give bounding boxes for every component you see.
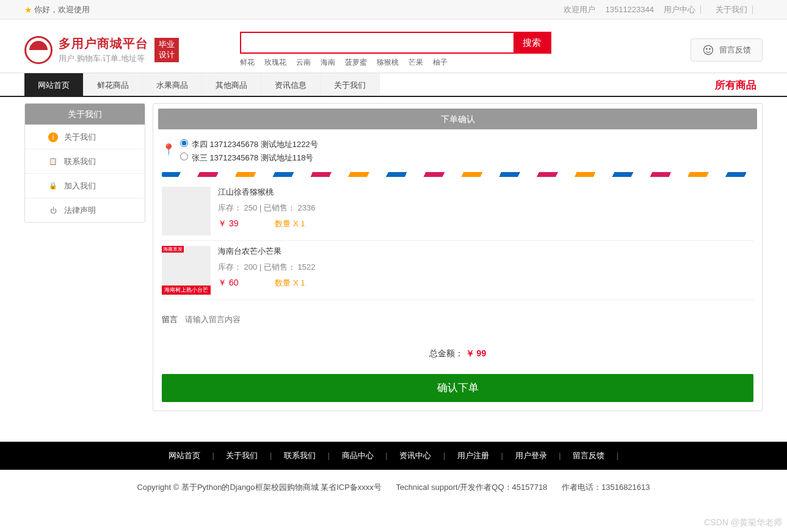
product-title[interactable]: 江山徐香猕猴桃 bbox=[218, 187, 753, 198]
product-row: 海南台农芒小芒果库存： 200 | 已销售： 1522￥ 60数量 X 1 bbox=[162, 241, 753, 300]
logo[interactable]: 多用户商城平台 用户.购物车.订单.地址等 毕业 设计 bbox=[24, 35, 179, 64]
divider bbox=[752, 5, 763, 14]
product-stock: 库存： 200 | 已销售： 1522 bbox=[218, 262, 753, 273]
separator: | bbox=[436, 451, 452, 460]
footer-link[interactable]: 网站首页 bbox=[164, 451, 205, 460]
product-info: 海南台农芒小芒果库存： 200 | 已销售： 1522￥ 60数量 X 1 bbox=[218, 246, 753, 295]
footer-link[interactable]: 联系我们 bbox=[279, 451, 321, 460]
address-block: 📍 李四 13712345678 测试地址1222号 张三 1371234567… bbox=[153, 134, 762, 172]
footer-link[interactable]: 商品中心 bbox=[337, 451, 379, 460]
footer-nav: 网站首页 | 关于我们 | 联系我们 | 商品中心 | 资讯中心 | 用户注册 … bbox=[0, 442, 787, 470]
logo-tag: 毕业 设计 bbox=[154, 38, 179, 62]
star-icon: ★ bbox=[24, 0, 32, 20]
nav-item[interactable]: 鲜花商品 bbox=[84, 73, 143, 96]
product-row: 江山徐香猕猴桃库存： 250 | 已销售： 2336￥ 39数量 X 1 bbox=[162, 182, 753, 241]
main: 关于我们 i关于我们 📋联系我们 🔒加入我们 ⏻法律声明 下单确认 📍 李四 1… bbox=[0, 97, 787, 417]
nav-item[interactable]: 资讯信息 bbox=[261, 73, 321, 96]
total-row: 总金额： ￥ 99 bbox=[153, 334, 762, 374]
product-qty: 数量 X 1 bbox=[275, 278, 305, 289]
about-link[interactable]: 关于我们 bbox=[711, 0, 752, 20]
divider bbox=[700, 5, 711, 14]
hot-word[interactable]: 鲜花 bbox=[240, 58, 255, 66]
divider-stripe bbox=[162, 172, 753, 177]
product-qty: 数量 X 1 bbox=[275, 218, 305, 229]
sidebar-title: 关于我们 bbox=[25, 104, 145, 124]
remark-row: 留言 bbox=[153, 305, 762, 334]
separator: | bbox=[609, 451, 623, 460]
copyright-2: Technical support/开发作者QQ：45157718 bbox=[396, 483, 548, 492]
search-box: 搜索 bbox=[240, 32, 551, 54]
hot-word[interactable]: 海南 bbox=[321, 58, 335, 66]
sidebar-item-about[interactable]: i关于我们 bbox=[25, 124, 145, 149]
address-radio-1[interactable] bbox=[180, 153, 188, 160]
svg-point-0 bbox=[704, 45, 713, 54]
all-goods-link[interactable]: 所有商品 bbox=[715, 73, 756, 96]
hot-word[interactable]: 玫瑰花 bbox=[264, 58, 286, 66]
svg-point-1 bbox=[706, 48, 708, 49]
headset-icon bbox=[702, 44, 714, 56]
footer-link[interactable]: 留言反馈 bbox=[568, 451, 609, 460]
location-icon: 📍 bbox=[162, 143, 175, 156]
address-radio-0[interactable] bbox=[180, 139, 188, 147]
order-title: 下单确认 bbox=[158, 109, 757, 129]
product-info: 江山徐香猕猴桃库存： 250 | 已销售： 2336￥ 39数量 X 1 bbox=[218, 187, 753, 235]
copyright: Copyright © 基于Python的Django框架校园购物商城 某省IC… bbox=[0, 470, 787, 505]
nav-item[interactable]: 水果商品 bbox=[143, 73, 202, 96]
total-amount: ￥ 99 bbox=[466, 348, 486, 358]
hot-word[interactable]: 菠萝蜜 bbox=[345, 58, 367, 66]
topbar-left: ★ 你好，欢迎使用 bbox=[24, 0, 90, 19]
hot-word[interactable]: 云南 bbox=[296, 58, 311, 66]
sidebar: 关于我们 i关于我们 📋联系我们 🔒加入我们 ⏻法律声明 bbox=[24, 103, 145, 223]
confirm-order-button[interactable]: 确认下单 bbox=[162, 374, 753, 402]
product-price: ￥ 60 bbox=[218, 278, 238, 289]
footer-link[interactable]: 资讯中心 bbox=[394, 451, 436, 460]
feedback-button[interactable]: 留言反馈 bbox=[691, 38, 763, 62]
separator: | bbox=[205, 451, 222, 460]
address-option-0[interactable]: 李四 13712345678 测试地址1222号 bbox=[180, 139, 318, 150]
search-button[interactable]: 搜索 bbox=[513, 33, 550, 52]
address-option-1[interactable]: 张三 13712345678 测试地址118号 bbox=[180, 153, 318, 164]
separator: | bbox=[379, 451, 395, 460]
content: 下单确认 📍 李四 13712345678 测试地址1222号 张三 13712… bbox=[153, 103, 763, 411]
separator: | bbox=[494, 451, 510, 460]
product-price: ￥ 39 bbox=[218, 218, 238, 229]
hot-word[interactable]: 柚子 bbox=[433, 58, 448, 66]
product-stock: 库存： 250 | 已销售： 2336 bbox=[218, 203, 753, 214]
welcome-user-label: 欢迎用户 bbox=[559, 0, 600, 20]
total-label: 总金额： bbox=[429, 348, 463, 358]
product-image[interactable] bbox=[162, 246, 211, 295]
sidebar-item-contact[interactable]: 📋联系我们 bbox=[25, 149, 145, 173]
feedback-label: 留言反馈 bbox=[719, 45, 751, 56]
nav-item[interactable]: 其他商品 bbox=[202, 73, 261, 96]
search-input[interactable] bbox=[241, 33, 513, 52]
remark-input[interactable] bbox=[184, 311, 753, 328]
logo-subtitle: 用户.购物车.订单.地址等 bbox=[59, 53, 148, 64]
footer-link[interactable]: 用户登录 bbox=[510, 451, 552, 460]
search-area: 搜索 鲜花玫瑰花云南海南菠萝蜜猕猴桃芒果柚子 bbox=[240, 32, 551, 68]
sidebar-item-join[interactable]: 🔒加入我们 bbox=[25, 173, 145, 198]
welcome-text: 你好，欢迎使用 bbox=[34, 0, 90, 20]
user-phone[interactable]: 13511223344 bbox=[600, 0, 659, 20]
info-icon: i bbox=[48, 132, 58, 142]
hot-word[interactable]: 猕猴桃 bbox=[377, 58, 399, 66]
separator: | bbox=[321, 451, 337, 460]
user-center-link[interactable]: 用户中心 bbox=[659, 0, 700, 20]
svg-point-2 bbox=[709, 48, 711, 49]
logo-text: 多用户商城平台 用户.购物车.订单.地址等 bbox=[59, 35, 148, 64]
product-image[interactable] bbox=[162, 187, 211, 235]
logo-icon bbox=[24, 36, 53, 64]
main-nav: 网站首页鲜花商品水果商品其他商品资讯信息关于我们 所有商品 bbox=[0, 73, 787, 97]
nav-item[interactable]: 关于我们 bbox=[321, 73, 380, 96]
hot-word[interactable]: 芒果 bbox=[408, 58, 423, 66]
copyright-3: 作者电话：13516821613 bbox=[562, 483, 650, 492]
separator: | bbox=[263, 451, 279, 460]
separator: | bbox=[552, 451, 568, 460]
topbar-right: 欢迎用户 13511223344 用户中心 关于我们 bbox=[559, 0, 763, 19]
product-list: 江山徐香猕猴桃库存： 250 | 已销售： 2336￥ 39数量 X 1海南台农… bbox=[153, 177, 762, 305]
nav-item[interactable]: 网站首页 bbox=[24, 73, 84, 96]
product-title[interactable]: 海南台农芒小芒果 bbox=[218, 246, 753, 257]
hot-words: 鲜花玫瑰花云南海南菠萝蜜猕猴桃芒果柚子 bbox=[240, 57, 551, 68]
footer-link[interactable]: 用户注册 bbox=[452, 451, 494, 460]
sidebar-item-legal[interactable]: ⏻法律声明 bbox=[25, 198, 145, 222]
footer-link[interactable]: 关于我们 bbox=[221, 451, 263, 460]
